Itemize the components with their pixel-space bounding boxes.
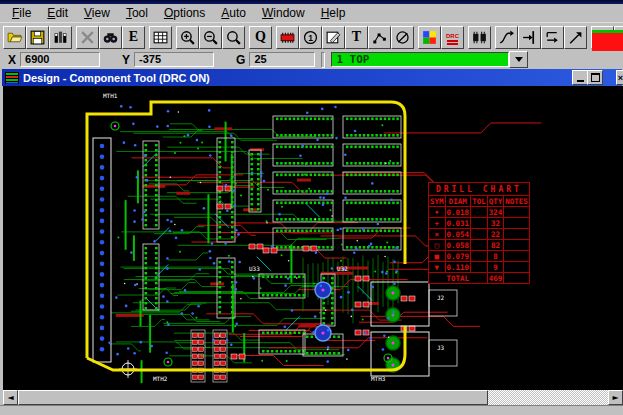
save-button[interactable]	[26, 26, 49, 49]
find-button[interactable]	[99, 26, 122, 49]
menu-window[interactable]: Window	[254, 5, 313, 21]
board-label-j3: J3	[437, 344, 445, 351]
scroll-right-button[interactable]: ►	[608, 390, 623, 405]
pcb-layout: MTH1MTH2MTH3U32U33J2J3	[3, 86, 623, 390]
balloon-button[interactable]: 1	[299, 26, 322, 49]
maximize-button[interactable]	[587, 70, 603, 85]
layer-combo-dropdown-button[interactable]	[509, 51, 528, 68]
menu-auto[interactable]: Auto	[213, 5, 254, 21]
drill-chart-title: DRILL CHART	[429, 183, 530, 196]
y-coordinate-label: Y	[122, 53, 130, 67]
x-coordinate-field[interactable]: 6900	[20, 52, 100, 67]
design-window-titlebar[interactable]: Design - Component Tool (DRC ON)	[2, 69, 622, 86]
drafting-button[interactable]	[322, 26, 345, 49]
chevron-down-icon	[515, 57, 523, 62]
library-button[interactable]	[49, 26, 72, 49]
grid-button[interactable]	[149, 26, 172, 49]
minimize-icon	[577, 80, 584, 82]
drill-chart-col-tol: TOL	[471, 196, 488, 207]
coordinate-bar: X6900Y-375G25 1 TOP	[0, 51, 623, 68]
close-icon: ×	[618, 73, 623, 83]
menu-file[interactable]: File	[4, 5, 39, 21]
design-window-title: Design - Component Tool (DRC ON)	[23, 72, 210, 84]
drill-chart: DRILL CHARTSYMDIAMTOLQTYNOTES•0.018324+0…	[428, 182, 530, 284]
layer-combo[interactable]: 1 TOP	[331, 51, 528, 68]
zoom-in-button[interactable]	[176, 26, 199, 49]
zoom-out-button[interactable]	[199, 26, 222, 49]
design-canvas[interactable]: MTH1MTH2MTH3U32U33J2J3 DRILL CHARTSYMDIA…	[3, 86, 623, 390]
g-coordinate-field[interactable]: 25	[249, 52, 315, 67]
y-coordinate-field[interactable]: -375	[134, 52, 214, 67]
g-coordinate-label: G	[236, 53, 245, 67]
scroll-left-button[interactable]: ◄	[3, 390, 18, 405]
drill-chart-col-diam: DIAM	[445, 196, 471, 207]
x-coordinate-label: X	[8, 53, 16, 67]
drill-chart-row: ▼0.1109	[429, 262, 530, 273]
push-button[interactable]	[541, 26, 564, 49]
window-bottom-border	[0, 405, 623, 415]
design-window: Design - Component Tool (DRC ON) × MTH1M…	[0, 68, 623, 415]
menu-edit[interactable]: Edit	[39, 5, 76, 21]
maximize-icon	[591, 73, 600, 82]
keepout-button[interactable]	[391, 26, 414, 49]
menu-tool[interactable]: Tool	[118, 5, 156, 21]
drill-chart-col-notes: NOTES	[504, 196, 530, 207]
menu-bar: FileEditViewToolOptionsAutoWindowHelp	[0, 4, 623, 22]
menu-options[interactable]: Options	[156, 5, 213, 21]
design-window-icon	[5, 72, 19, 84]
open-button[interactable]	[3, 26, 26, 49]
stretch-button[interactable]	[518, 26, 541, 49]
layer-combo-value[interactable]: 1 TOP	[331, 52, 509, 67]
toolbar: EQ1TDRC!DRC	[0, 22, 623, 51]
board-label-u33: U33	[249, 265, 260, 272]
eco-button[interactable]: E	[122, 26, 145, 49]
dimension-button[interactable]	[368, 26, 391, 49]
drill-chart-col-qty: QTY	[487, 196, 504, 207]
drill-chart-row: □0.05882	[429, 240, 530, 251]
drill-chart-col-sym: SYM	[429, 196, 446, 207]
miter-button[interactable]	[564, 26, 587, 49]
query-button[interactable]: Q	[249, 26, 272, 49]
minimize-button[interactable]	[572, 70, 588, 85]
scroll-left-arrow-icon: ◄	[7, 393, 13, 402]
delete-button	[76, 26, 99, 49]
drc-button[interactable]: DRC	[441, 26, 464, 49]
toolbar-separator	[321, 52, 325, 68]
board-label-mth1: MTH1	[103, 92, 118, 99]
board-label-mth2: MTH2	[153, 375, 168, 382]
connector-button[interactable]	[468, 26, 491, 49]
menu-help[interactable]: Help	[313, 5, 354, 21]
scrollbar-thumb[interactable]	[18, 390, 488, 405]
drill-chart-row: •0.018324	[429, 207, 530, 218]
component-button[interactable]	[276, 26, 299, 49]
drill-chart-row: ×0.05422	[429, 229, 530, 240]
board-label-j2: J2	[437, 294, 445, 301]
text-button[interactable]: T	[345, 26, 368, 49]
scroll-right-arrow-icon: ►	[612, 393, 618, 402]
route-button[interactable]	[495, 26, 518, 49]
board-label-u32: U32	[337, 265, 348, 272]
board-label-mth3: MTH3	[371, 375, 386, 382]
drill-chart-total-row: TOTAL469	[429, 273, 530, 284]
svg-text:1: 1	[308, 32, 313, 42]
zoom-window-button[interactable]	[222, 26, 245, 49]
menu-view[interactable]: View	[76, 5, 118, 21]
horizontal-scrollbar[interactable]: ◄ ►	[3, 390, 623, 405]
close-button-clipped[interactable]: ×	[616, 70, 623, 85]
drill-chart-row: ■0.0798	[429, 251, 530, 262]
drill-chart-row: +0.03132	[429, 218, 530, 229]
colors-button[interactable]	[418, 26, 441, 49]
